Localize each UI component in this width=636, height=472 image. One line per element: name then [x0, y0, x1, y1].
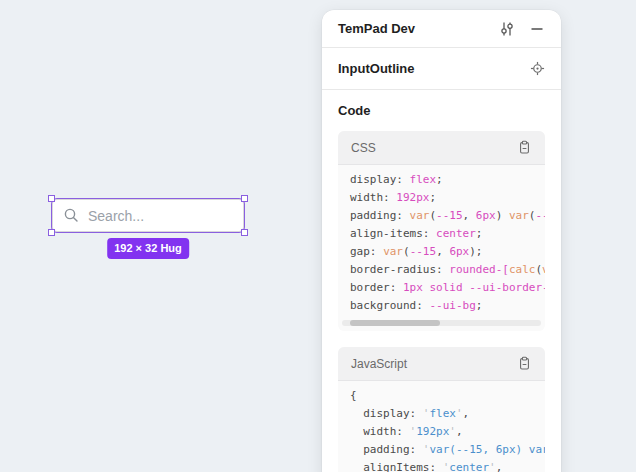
selected-component[interactable]: Search... 192 × 32 Hug	[52, 199, 244, 232]
search-input-component[interactable]: Search...	[52, 199, 244, 232]
js-card-header: JavaScript	[338, 347, 545, 381]
code-line: width: '192px',	[350, 423, 545, 441]
selection-handle-bottom-right[interactable]	[241, 229, 248, 236]
code-line: background: --ui-bg;	[350, 297, 545, 315]
css-code: display: flex;width: 192px;padding: var(…	[338, 165, 545, 315]
size-badge: 192 × 32 Hug	[107, 238, 189, 259]
code-line: display: flex;	[350, 171, 545, 189]
js-code: { display: 'flex', width: '192px', paddi…	[338, 381, 545, 472]
selection-handle-top-right[interactable]	[241, 195, 248, 202]
code-section: Code CSS display: flex;width: 192px;padd…	[322, 90, 561, 472]
horizontal-scrollbar	[342, 320, 541, 326]
selection-handle-bottom-left[interactable]	[48, 229, 55, 236]
selection-handle-top-left[interactable]	[48, 195, 55, 202]
search-icon	[63, 207, 80, 224]
copy-icon[interactable]	[516, 140, 532, 156]
selected-node-row: InputOutline	[322, 48, 561, 90]
code-line: align-items: center;	[350, 225, 545, 243]
code-line: gap: var(--15, 6px);	[350, 243, 545, 261]
sliders-icon[interactable]	[499, 21, 515, 37]
code-line: padding: 'var(--15, 6px) var(--15, 6px)'…	[350, 441, 545, 459]
code-section-label: Code	[338, 103, 545, 118]
copy-icon[interactable]	[516, 356, 532, 372]
panel-header: TemPad Dev	[322, 10, 561, 48]
search-placeholder: Search...	[88, 208, 144, 224]
horizontal-scrollbar-thumb[interactable]	[350, 320, 440, 326]
selected-node-name: InputOutline	[338, 61, 529, 76]
locate-icon[interactable]	[529, 61, 545, 77]
css-card-header: CSS	[338, 131, 545, 165]
js-card-label: JavaScript	[351, 357, 516, 371]
code-line: border: 1px solid --ui-border-color;	[350, 279, 545, 297]
code-line: {	[350, 387, 545, 405]
code-line: width: 192px;	[350, 189, 545, 207]
minimize-icon[interactable]	[529, 21, 545, 37]
panel-title: TemPad Dev	[338, 21, 499, 36]
tempad-dev-panel: TemPad Dev InputOutline	[322, 10, 561, 472]
code-line: display: 'flex',	[350, 405, 545, 423]
code-line: padding: var(--15, 6px) var(--15, 6px);	[350, 207, 545, 225]
css-code-card: CSS display: flex;width: 192px;padding: …	[338, 131, 545, 331]
code-line: border-radius: rounded-[calc(var(--15, 6…	[350, 261, 545, 279]
js-code-card: JavaScript { display: 'flex', width: '19…	[338, 347, 545, 472]
code-line: alignItems: 'center',	[350, 459, 545, 472]
css-card-label: CSS	[351, 141, 516, 155]
